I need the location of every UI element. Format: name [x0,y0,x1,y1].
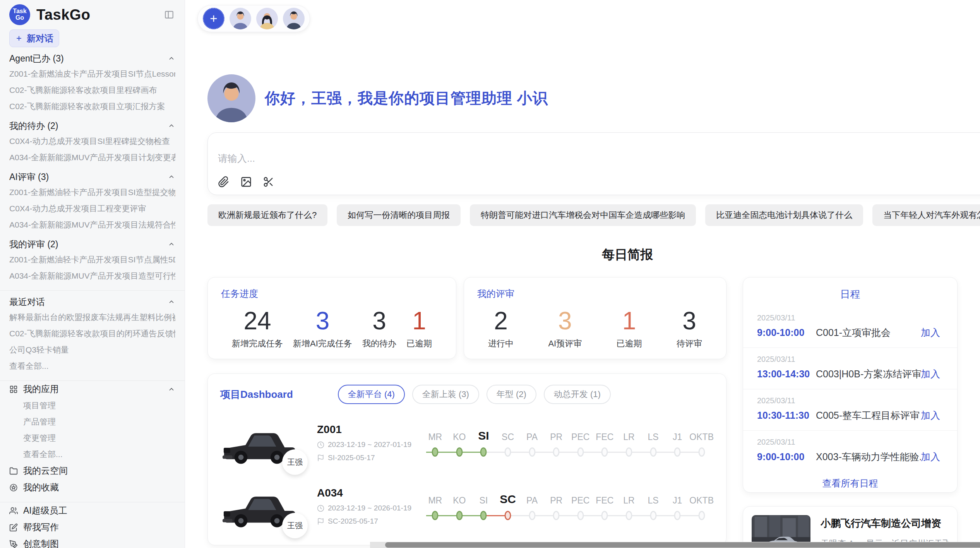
add-agent-button[interactable] [203,8,224,29]
sidebar-task-item[interactable]: C02-飞腾新能源轻客改款项目里程碑画布 [9,82,175,98]
sidebar-recent-item[interactable]: C02-飞腾新能源轻客改款项目的闭环通告反馈情况 [9,325,175,342]
suggestion-chip[interactable]: 比亚迪全固态电池计划具体说了什么 [705,204,863,226]
sidebar-section-header[interactable]: 我的待办 (2) [9,118,175,133]
sidebar-tool-item[interactable]: AI超级员工 [9,502,175,519]
agent-avatar[interactable] [256,8,278,29]
logo-text-top: Task [13,8,26,15]
milestone-label: PR [544,427,569,442]
dashboard-tab[interactable]: 全新上装 (3) [412,385,479,404]
sidebar-app-item[interactable]: 变更管理 [9,430,175,446]
dashboard-tab[interactable]: 年型 (2) [487,385,536,404]
sidebar-task-item[interactable]: C02-飞腾新能源轻客改款项目立项汇报方案 [9,98,175,115]
sidebar-tool-item[interactable]: 创意制图 [9,536,175,548]
milestone-labels: MRKOSISCPAPRPECFECLRLSJ1OKTB [423,427,714,442]
sidebar-task-item[interactable]: C0X4-动力总成开发项目工程变更评审 [9,200,175,217]
sidebar-section-header[interactable]: AI评审 (3) [9,170,175,184]
stat-value: 3 [677,305,702,336]
image-icon[interactable] [240,176,252,188]
event-title: X003-车辆动力学性能验... [816,450,921,463]
milestone-dot [432,447,439,457]
sidebar-recent-item[interactable]: 解释最新出台的欧盟报废车法规再生塑料比例被调至15%... [9,309,175,325]
sidebar-app-item[interactable]: 项目管理 [9,397,175,414]
stat-item: 24新增完成任务 [232,305,283,349]
chevron-up-icon [168,55,175,62]
sidebar-section-header[interactable]: 最近对话 [9,295,175,309]
stat-item: 3新增AI完成任务 [293,305,352,349]
sidebar-section-header[interactable]: Agent已办 (3) [9,51,175,66]
sidebar-task-item[interactable]: Z001-全新燃油轻卡产品开发项目SI造型提交物评审 [9,184,175,200]
write-icon [9,523,18,532]
task-progress-card: 任务进度24新增完成任务3新增AI完成任务3我的待办1已逾期 [207,277,456,359]
item-label: 我的云空间 [23,465,68,477]
event-date: 2025/03/11 [757,438,940,447]
milestone-date: SI-2025-05-17 [328,454,375,462]
view-all-schedule-link[interactable]: 查看所有日程 [743,472,957,493]
join-link[interactable]: 加入 [921,326,940,339]
sidebar-item-my-apps[interactable]: 我的应用 [9,381,175,397]
dashboard-tab[interactable]: 全新平台 (4) [338,385,405,404]
event-time: 10:30-11:30 [757,410,816,421]
milestone-track [423,445,714,459]
project-row[interactable]: 王强Z0012023-12-19 ~ 2027-01-19SI-2025-05-… [220,418,714,468]
sidebar-recent-item[interactable]: 公司Q3轻卡销量 [9,342,175,358]
sidebar-tool-item[interactable]: 帮我写作 [9,519,175,536]
suggestion-chip[interactable]: 欧洲新规最近颁布了什么? [207,204,327,226]
daily-brief-title: 每日简报 [602,247,653,262]
composer-placeholder: 请输入... [218,152,255,165]
assistant-avatar [207,74,255,122]
sidebar-task-item[interactable]: Z001-全新燃油轻卡产品开发项目SI节点属性5D文件评审 [9,252,175,268]
suggestion-chip[interactable]: 特朗普可能对进口汽车增税会对中国车企造成哪些影响 [470,204,696,226]
suggestion-chip[interactable]: 如何写一份清晰的项目周报 [337,204,461,226]
scissors-icon[interactable] [263,176,274,188]
agent-avatar[interactable] [283,8,305,29]
event-row: 9:00-10:00C001-立项审批会加入 [757,326,940,339]
flag-icon [317,454,324,462]
milestone-label: OKTB [689,427,714,442]
sidebar-toggle-icon[interactable] [164,10,175,20]
schedule-event: 2025/03/1113:00-14:30C003|H0B-方案冻结评审加入 [743,348,957,389]
join-link[interactable]: 加入 [921,409,940,422]
project-row[interactable]: 王强A0342023-12-19 ~ 2026-01-19SC-2025-05-… [220,481,714,531]
users-icon [9,507,18,515]
milestone-dot [698,447,705,457]
milestone-label: KO [447,490,472,506]
sidebar-section-header[interactable]: 我的评审 (2) [9,237,175,252]
sidebar-app-item[interactable]: 查看全部... [9,446,175,462]
join-link[interactable]: 加入 [921,450,940,463]
milestone-dot [625,447,632,457]
milestone-dot [480,511,487,520]
tool-label: AI超级员工 [23,505,67,517]
sidebar-task-item[interactable]: A034-全新新能源MUV产品开发项目造型可行性评审 [9,268,175,284]
new-chat-button[interactable]: 新对话 [9,29,59,47]
event-row: 10:30-11:30C005-整车工程目标评审加入 [757,409,940,422]
sidebar-task-item[interactable]: C0X4-动力总成开发项目SI里程碑提交物检查 [9,133,175,149]
horizontal-scrollbar[interactable] [385,542,980,548]
stat-label: 待评审 [677,338,702,349]
sidebar-task-item[interactable]: A034-全新新能源MUV产品开发项目计划变更表编写 [9,149,175,166]
milestone-dot [553,511,560,520]
suggestion-chip[interactable]: 当下年轻人对汽车外观有怎样的喜好趋势 [872,204,980,226]
agent-avatar[interactable] [230,8,251,29]
join-link[interactable]: 加入 [921,368,940,380]
project-dates: 2023-12-19 ~ 2026-01-19 [317,504,413,512]
milestone-dot [480,447,487,457]
section-title: 我的待办 (2) [9,120,58,132]
milestone-dot [456,447,463,457]
milestone-label: SI [471,427,496,442]
message-composer[interactable]: 请输入... [207,132,980,195]
sidebar-item-cloud-space[interactable]: 我的云空间 [9,462,175,479]
milestone-label: PEC [568,427,593,442]
stat-label: AI预评审 [548,338,582,349]
paperclip-icon[interactable] [218,176,230,188]
sidebar-app-item[interactable]: 产品管理 [9,414,175,430]
stat-value: 3 [293,305,352,336]
dashboard-tab[interactable]: 动总开发 (1) [544,385,611,404]
event-title: C001-立项审批会 [816,326,921,339]
sidebar-item-favorites[interactable]: 我的收藏 [9,479,175,496]
sidebar-recent-item[interactable]: 查看全部... [9,358,175,374]
sidebar-task-item[interactable]: A034-全新新能源MUV产品开发项目法规符合性评审 [9,217,175,233]
milestone-label: PR [544,490,569,506]
sidebar-task-item[interactable]: Z001-全新燃油皮卡产品开发项目SI节点Lesson Learn报告 [9,66,175,82]
content: 你好，王强，我是你的项目管理助理 小识 请输入... [185,35,980,548]
milestone-dot [650,511,656,520]
